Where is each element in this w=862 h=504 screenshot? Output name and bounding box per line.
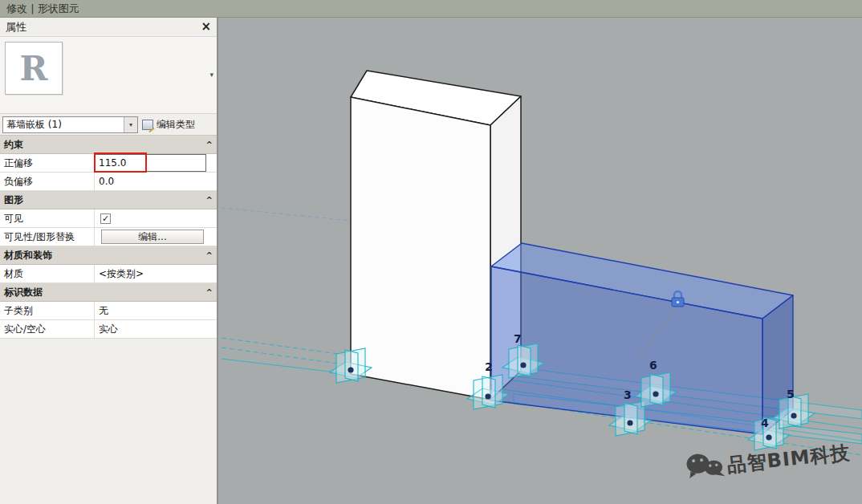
modify-context-bar: 修改 | 形状图元 (0, 0, 862, 18)
visibility-overrides-label: 可见性/图形替换 (0, 228, 95, 246)
close-icon[interactable]: × (201, 21, 211, 33)
3d-viewport[interactable]: 2 7 3 6 4 5 品智BIM科技 (218, 18, 862, 504)
visible-label: 可见 (0, 209, 95, 227)
material-field[interactable]: <按类别> (95, 265, 206, 282)
subcategory-row: 子类别 无 (0, 302, 217, 320)
context-tab-title[interactable]: 修改 | 形状图元 (6, 2, 79, 16)
point-number: 2 (485, 360, 493, 373)
edit-type-icon (142, 120, 153, 130)
row-gutter (206, 320, 217, 338)
edit-type-label: 编辑类型 (157, 118, 195, 132)
panel-empty-area (0, 339, 217, 504)
chevron-down-icon[interactable]: ▾ (209, 71, 213, 79)
positive-offset-label: 正偏移 (0, 154, 95, 172)
properties-panel-header: 属性 × (0, 18, 217, 37)
instance-selector-label: 幕墙嵌板 (1) (6, 118, 62, 132)
row-gutter (206, 302, 217, 319)
row-gutter (206, 265, 217, 282)
row-gutter (206, 173, 217, 190)
section-constraints[interactable]: 约束 ^ (0, 136, 217, 154)
section-header-label: 标识数据 (4, 286, 43, 299)
row-gutter (206, 154, 217, 172)
subcategory-label: 子类别 (0, 302, 95, 319)
property-grid: 约束 ^ 正偏移 115.0 负偏移 0.0 图形 ^ 可见 ✓ (0, 135, 217, 339)
solid-void-row: 实心/空心 实心 (0, 320, 217, 339)
material-row: 材质 <按类别> (0, 265, 217, 283)
negative-offset-field[interactable]: 0.0 (95, 173, 206, 190)
visibility-overrides-row: 可见性/图形替换 编辑... (0, 228, 217, 246)
panel-title: 属性 (6, 20, 26, 35)
visible-field: ✓ (95, 209, 206, 227)
negative-offset-label: 负偏移 (0, 173, 95, 190)
type-selector-row: 幕墙嵌板 (1) ▾ 编辑类型 (0, 114, 217, 135)
visible-row: 可见 ✓ (0, 209, 217, 228)
row-gutter (206, 228, 217, 246)
point-number: 5 (787, 388, 795, 400)
section-identity-data[interactable]: 标识数据 ^ (0, 283, 217, 302)
positive-offset-value: 115.0 (99, 157, 126, 169)
collapse-icon[interactable]: ^ (206, 251, 213, 260)
section-header-label: 约束 (4, 138, 23, 152)
point-number: 6 (649, 359, 657, 372)
chevron-down-icon[interactable]: ▾ (124, 117, 137, 132)
edit-type-button[interactable]: 编辑类型 (140, 116, 214, 133)
visible-checkbox[interactable]: ✓ (100, 213, 111, 224)
edit-overrides-button[interactable]: 编辑... (101, 230, 204, 244)
collapse-icon[interactable]: ^ (206, 196, 213, 205)
family-thumbnail: R (5, 42, 63, 95)
positive-offset-row: 正偏移 115.0 (0, 154, 217, 173)
subcategory-field[interactable]: 无 (95, 302, 206, 319)
material-label: 材质 (0, 265, 95, 282)
row-gutter (206, 209, 217, 227)
visibility-overrides-field: 编辑... (95, 228, 206, 246)
collapse-icon[interactable]: ^ (206, 140, 213, 149)
properties-panel: 属性 × R ▾ 幕墙嵌板 (1) ▾ 编辑类型 约束 ^ 正偏移 115.0 (0, 18, 218, 504)
solid-void-field[interactable]: 实心 (95, 320, 206, 338)
section-header-label: 图形 (4, 193, 23, 207)
revit-logo-icon: R (20, 49, 48, 88)
section-materials[interactable]: 材质和装饰 ^ (0, 246, 217, 265)
section-graphics[interactable]: 图形 ^ (0, 191, 217, 209)
section-header-label: 材质和装饰 (4, 249, 52, 262)
type-preview-area[interactable]: R ▾ (0, 37, 217, 114)
collapse-icon[interactable]: ^ (206, 288, 213, 297)
negative-offset-row: 负偏移 0.0 (0, 173, 217, 191)
point-number: 4 (761, 417, 769, 429)
instance-selector[interactable]: 幕墙嵌板 (1) ▾ (2, 116, 138, 133)
point-number: 7 (514, 332, 522, 345)
solid-void-label: 实心/空心 (0, 320, 95, 338)
point-number: 3 (624, 388, 632, 401)
positive-offset-field[interactable]: 115.0 (95, 154, 206, 172)
